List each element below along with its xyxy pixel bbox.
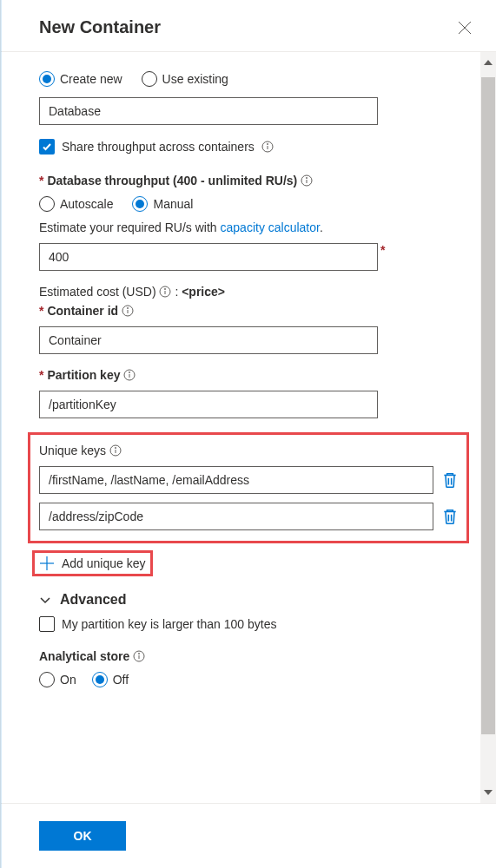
unique-key-input-1[interactable] <box>39 503 433 530</box>
panel-title: New Container <box>39 17 161 37</box>
estimated-cost-line: Estimated cost (USD) : <price> <box>39 285 458 299</box>
capacity-calculator-link[interactable]: capacity calculator <box>221 220 320 234</box>
radio-use-existing[interactable]: Use existing <box>142 71 228 87</box>
close-icon[interactable] <box>458 21 472 35</box>
svg-point-12 <box>128 308 129 309</box>
required-asterisk: * <box>39 174 43 187</box>
scroll-down-icon[interactable] <box>483 787 493 798</box>
info-icon[interactable] <box>122 305 134 317</box>
radio-create-new[interactable]: Create new <box>39 71 122 87</box>
container-id-input[interactable] <box>39 326 378 354</box>
svg-point-27 <box>139 654 140 654</box>
throughput-label: Database throughput (400 - unlimited RU/… <box>47 174 297 187</box>
radio-unselected-icon <box>142 71 157 87</box>
unique-keys-label: Unique keys <box>39 444 106 457</box>
share-throughput-label: Share throughput across containers <box>62 140 255 154</box>
estimate-prefix: Estimate your required RU/s with <box>39 220 221 234</box>
throughput-input[interactable] <box>39 243 378 271</box>
required-asterisk: * <box>39 368 43 382</box>
radio-analytical-on[interactable]: On <box>39 672 76 687</box>
info-icon[interactable] <box>133 650 145 662</box>
svg-point-9 <box>165 289 166 290</box>
panel-footer: OK <box>1 803 496 868</box>
scroll-up-icon[interactable] <box>483 57 493 68</box>
share-throughput-checkbox[interactable] <box>39 139 55 155</box>
required-asterisk: * <box>380 243 385 257</box>
svg-point-15 <box>129 372 130 373</box>
panel-header: New Container <box>1 0 496 52</box>
info-icon[interactable] <box>159 286 171 298</box>
cost-label: Estimated cost (USD) <box>39 285 159 299</box>
svg-marker-29 <box>484 60 493 65</box>
scrollbar-thumb[interactable] <box>481 77 495 734</box>
radio-unselected-icon <box>39 196 55 212</box>
radio-off-label: Off <box>113 673 129 687</box>
chevron-down-icon <box>39 594 51 606</box>
svg-point-3 <box>267 144 268 145</box>
unique-key-row <box>39 503 458 530</box>
delete-icon[interactable] <box>442 471 458 489</box>
partition-key-input[interactable] <box>39 391 378 418</box>
radio-autoscale[interactable]: Autoscale <box>39 196 113 212</box>
info-icon[interactable] <box>123 369 136 381</box>
svg-point-6 <box>307 178 308 179</box>
scrollbar-track[interactable] <box>480 52 496 803</box>
panel-content: Create new Use existing Share throughput… <box>1 52 496 803</box>
unique-keys-highlight-box: Unique keys <box>28 432 469 543</box>
ok-button[interactable]: OK <box>39 821 126 851</box>
required-asterisk: * <box>39 304 43 318</box>
radio-use-existing-label: Use existing <box>162 72 228 86</box>
container-id-label: Container id <box>47 304 118 318</box>
radio-create-new-label: Create new <box>60 72 122 86</box>
partition-key-label: Partition key <box>47 368 120 382</box>
radio-selected-icon <box>92 672 108 687</box>
advanced-toggle[interactable]: Advanced <box>39 592 458 608</box>
cost-value: <price> <box>182 285 225 299</box>
radio-selected-icon <box>132 196 148 212</box>
info-icon[interactable] <box>261 141 274 153</box>
radio-analytical-off[interactable]: Off <box>92 672 129 687</box>
add-unique-key-button[interactable]: Add unique key <box>39 556 146 571</box>
large-partition-label: My partition key is larger than 100 byte… <box>62 617 276 631</box>
add-unique-key-label: Add unique key <box>62 556 146 570</box>
info-icon[interactable] <box>109 444 122 457</box>
unique-key-input-0[interactable] <box>39 466 433 494</box>
radio-selected-icon <box>39 71 55 87</box>
info-icon[interactable] <box>301 174 313 187</box>
radio-autoscale-label: Autoscale <box>60 197 113 211</box>
analytical-store-label: Analytical store <box>39 649 129 663</box>
delete-icon[interactable] <box>442 508 458 525</box>
svg-point-18 <box>116 448 116 449</box>
unique-key-row <box>39 466 458 494</box>
radio-manual-label: Manual <box>153 197 193 211</box>
add-unique-key-highlight-box: Add unique key <box>32 550 153 576</box>
radio-manual[interactable]: Manual <box>132 196 193 212</box>
radio-unselected-icon <box>39 672 55 687</box>
advanced-label: Advanced <box>60 592 126 608</box>
plus-icon <box>39 556 55 571</box>
radio-on-label: On <box>60 673 76 687</box>
svg-marker-30 <box>484 790 493 795</box>
throughput-help-text: Estimate your required RU/s with capacit… <box>39 220 458 234</box>
database-name-input[interactable] <box>39 97 378 125</box>
estimate-suffix: . <box>320 220 323 234</box>
large-partition-checkbox[interactable] <box>39 616 55 632</box>
